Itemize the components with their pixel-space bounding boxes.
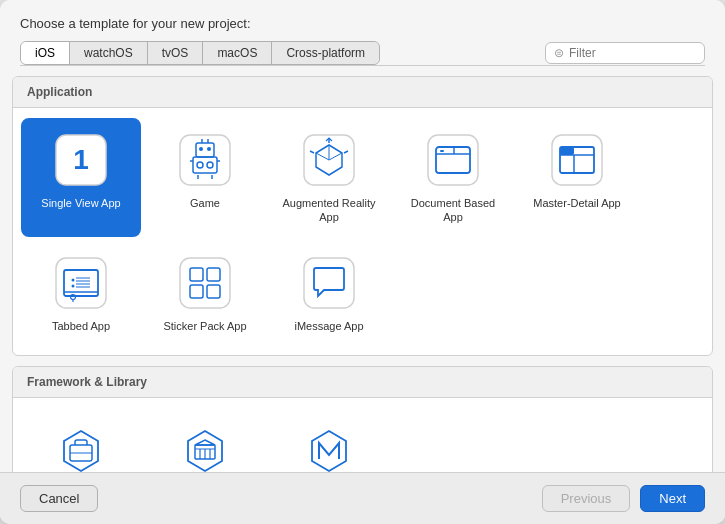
tab-ios[interactable]: iOS bbox=[21, 42, 70, 64]
footer-right: Previous Next bbox=[542, 485, 705, 512]
svg-text:1: 1 bbox=[73, 144, 89, 175]
template-static-library[interactable]: Static Library bbox=[145, 408, 265, 472]
template-tabbed-app[interactable]: Tabbed App bbox=[21, 241, 141, 345]
imessage-app-icon bbox=[299, 253, 359, 313]
previous-button[interactable]: Previous bbox=[542, 485, 631, 512]
svg-point-4 bbox=[199, 147, 203, 151]
template-game[interactable]: Game bbox=[145, 118, 265, 237]
dialog-title: Choose a template for your new project: bbox=[20, 16, 705, 31]
svg-point-38 bbox=[72, 278, 75, 281]
tabbed-app-icon bbox=[51, 253, 111, 313]
svg-rect-49 bbox=[304, 258, 354, 308]
next-button[interactable]: Next bbox=[640, 485, 705, 512]
sticker-pack-app-label: Sticker Pack App bbox=[163, 319, 246, 333]
template-master-detail-app[interactable]: Master-Detail App bbox=[517, 118, 637, 237]
single-view-app-icon: 1 bbox=[51, 130, 111, 190]
template-sticker-pack-app[interactable]: Sticker Pack App bbox=[145, 241, 265, 345]
template-document-based-app[interactable]: Document Based App bbox=[393, 118, 513, 237]
application-templates-grid: 1 Single View App bbox=[13, 108, 712, 355]
dialog: Choose a template for your new project: … bbox=[0, 0, 725, 524]
svg-point-5 bbox=[207, 147, 211, 151]
tab-tvos[interactable]: tvOS bbox=[148, 42, 204, 64]
tab-watchos[interactable]: watchOS bbox=[70, 42, 148, 64]
svg-rect-44 bbox=[180, 258, 230, 308]
platform-tabs: iOS watchOS tvOS macOS Cross-platform bbox=[20, 41, 380, 65]
tab-cross-platform[interactable]: Cross-platform bbox=[272, 42, 379, 64]
template-single-view-app[interactable]: 1 Single View App bbox=[21, 118, 141, 237]
tab-bar: iOS watchOS tvOS macOS Cross-platform ⊜ bbox=[20, 41, 705, 66]
framework-library-section-title: Framework & Library bbox=[13, 367, 712, 398]
tabbed-app-label: Tabbed App bbox=[52, 319, 110, 333]
content-area: Application 1 Single View App bbox=[0, 66, 725, 472]
document-based-app-label: Document Based App bbox=[403, 196, 503, 225]
template-ar-app[interactable]: Augmented Reality App bbox=[269, 118, 389, 237]
single-view-app-label: Single View App bbox=[41, 196, 120, 210]
svg-rect-32 bbox=[560, 147, 574, 155]
application-section: Application 1 Single View App bbox=[12, 76, 713, 356]
svg-marker-59 bbox=[195, 440, 215, 445]
template-metal-library[interactable]: Metal Library bbox=[269, 408, 389, 472]
filter-icon: ⊜ bbox=[554, 46, 564, 60]
svg-marker-50 bbox=[64, 431, 98, 471]
game-label: Game bbox=[190, 196, 220, 210]
filter-input[interactable] bbox=[569, 46, 696, 60]
dialog-header: Choose a template for your new project: … bbox=[0, 0, 725, 66]
master-detail-app-icon bbox=[547, 130, 607, 190]
static-library-icon bbox=[175, 420, 235, 472]
svg-point-41 bbox=[72, 284, 75, 287]
framework-icon bbox=[51, 420, 111, 472]
application-section-title: Application bbox=[13, 77, 712, 108]
template-framework[interactable]: Framework bbox=[21, 408, 141, 472]
imessage-app-label: iMessage App bbox=[294, 319, 363, 333]
svg-marker-60 bbox=[312, 431, 346, 471]
document-based-app-icon bbox=[423, 130, 483, 190]
ar-app-icon bbox=[299, 130, 359, 190]
framework-library-section: Framework & Library Framew bbox=[12, 366, 713, 472]
framework-library-templates-grid: Framework bbox=[13, 398, 712, 472]
dialog-footer: Cancel Previous Next bbox=[0, 472, 725, 524]
template-imessage-app[interactable]: iMessage App bbox=[269, 241, 389, 345]
filter-box[interactable]: ⊜ bbox=[545, 42, 705, 64]
master-detail-app-label: Master-Detail App bbox=[533, 196, 620, 210]
metal-library-icon bbox=[299, 420, 359, 472]
svg-rect-26 bbox=[440, 150, 444, 152]
tab-macos[interactable]: macOS bbox=[203, 42, 272, 64]
game-icon bbox=[175, 130, 235, 190]
ar-app-label: Augmented Reality App bbox=[279, 196, 379, 225]
cancel-button[interactable]: Cancel bbox=[20, 485, 98, 512]
sticker-pack-app-icon bbox=[175, 253, 235, 313]
